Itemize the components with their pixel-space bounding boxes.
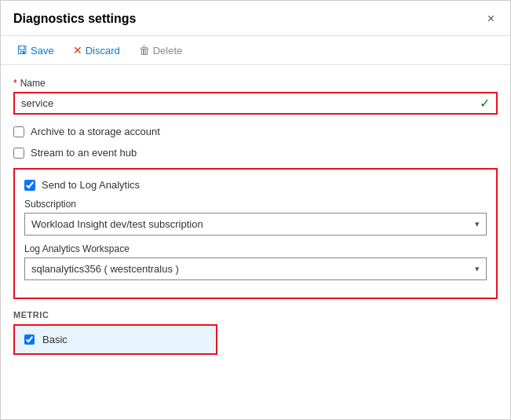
delete-label: Delete (153, 45, 183, 57)
name-field-group: *Name ✓ (13, 78, 498, 115)
toolbar: 🖫 Save ✕ Discard 🗑 Delete (1, 36, 510, 65)
subscription-label: Subscription (24, 199, 487, 210)
discard-button[interactable]: ✕ Discard (70, 42, 123, 58)
metric-section: METRIC Basic (13, 310, 498, 355)
subscription-select-wrapper: Workload Insight dev/test subscription ▾ (24, 213, 487, 236)
discard-icon: ✕ (73, 44, 82, 57)
required-marker: * (13, 78, 17, 89)
workspace-select[interactable]: sqlanalytics356 ( westcentralus ) (25, 258, 486, 279)
close-button[interactable]: × (484, 10, 498, 27)
discard-label: Discard (86, 45, 120, 57)
archive-checkbox-label[interactable]: Archive to a storage account (31, 126, 160, 137)
dialog-header: Diagnostics settings × (1, 1, 510, 36)
metric-basic-row: Basic (13, 324, 217, 355)
save-label: Save (31, 45, 54, 57)
delete-icon: 🗑 (139, 44, 150, 57)
archive-checkbox[interactable] (13, 126, 24, 137)
diagnostics-dialog: Diagnostics settings × 🖫 Save ✕ Discard … (0, 0, 511, 420)
log-analytics-label[interactable]: Send to Log Analytics (42, 179, 140, 191)
save-icon: 🖫 (16, 44, 27, 57)
workspace-select-wrapper: sqlanalytics356 ( westcentralus ) ▾ (24, 257, 487, 280)
basic-metric-label[interactable]: Basic (42, 334, 68, 345)
save-button[interactable]: 🖫 Save (13, 42, 57, 58)
name-input[interactable] (15, 93, 480, 113)
stream-checkbox-row: Stream to an event hub (13, 147, 498, 159)
log-analytics-section: Send to Log Analytics Subscription Workl… (13, 168, 498, 299)
metric-header: METRIC (13, 310, 498, 320)
basic-metric-checkbox[interactable] (24, 334, 35, 345)
subscription-select[interactable]: Workload Insight dev/test subscription (25, 214, 486, 235)
delete-button[interactable]: 🗑 Delete (136, 42, 186, 58)
stream-checkbox[interactable] (13, 148, 24, 159)
name-input-wrapper: ✓ (13, 92, 498, 115)
archive-checkbox-row: Archive to a storage account (13, 126, 498, 137)
name-valid-icon: ✓ (480, 96, 496, 111)
name-field-label: *Name (13, 78, 498, 89)
log-analytics-checkbox[interactable] (24, 180, 35, 191)
dialog-content: *Name ✓ Archive to a storage account Str… (1, 65, 510, 419)
subscription-field: Subscription Workload Insight dev/test s… (24, 199, 487, 236)
stream-checkbox-label[interactable]: Stream to an event hub (31, 147, 137, 159)
log-analytics-checkbox-row: Send to Log Analytics (24, 179, 487, 191)
workspace-field: Log Analytics Workspace sqlanalytics356 … (24, 243, 487, 280)
workspace-label: Log Analytics Workspace (24, 243, 487, 254)
dialog-title: Diagnostics settings (13, 12, 136, 26)
